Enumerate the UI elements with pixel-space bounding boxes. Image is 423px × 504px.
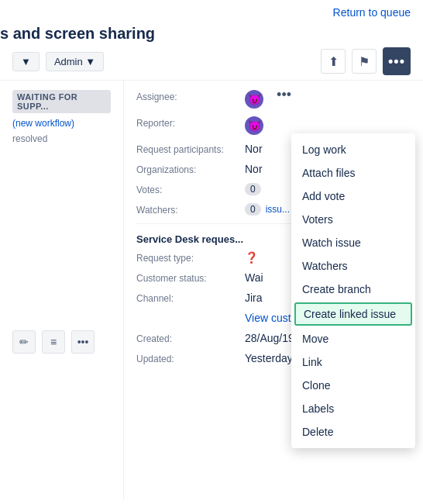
request-participants-value: Nor	[245, 143, 263, 155]
bottom-action-icons: ✏ ≡ •••	[12, 330, 111, 354]
left-panel: WAITING FOR SUPP... (new workflow) resol…	[0, 81, 124, 499]
dropdown-item-link[interactable]: Link	[291, 350, 415, 374]
organizations-value: Nor	[245, 163, 263, 175]
votes-value: 0	[245, 183, 261, 195]
channel-value: Jira	[245, 292, 263, 304]
votes-badge: 0	[245, 183, 261, 195]
ellipsis-icon: •••	[388, 54, 405, 70]
reporter-avatar: 😈	[245, 116, 263, 135]
dropdown-item-clone[interactable]: Clone	[291, 374, 415, 397]
more-actions-btn[interactable]: •••	[71, 330, 95, 354]
panel-more-dots[interactable]: •••	[277, 87, 291, 103]
assignee-value: 😈	[245, 90, 263, 109]
votes-label: Votes:	[136, 183, 245, 195]
request-type-label: Request type:	[136, 251, 245, 264]
dropdown-item-watch-issue[interactable]: Watch issue	[291, 231, 415, 254]
toolbar-right: ⬆ ⚑ •••	[321, 47, 411, 75]
dropdown-item-watchers[interactable]: Watchers	[291, 254, 415, 278]
reporter-label: Reporter:	[136, 116, 245, 129]
ellipsis-menu-btn[interactable]: •••	[383, 47, 411, 75]
toolbar-left: ▼ Admin ▼	[12, 52, 104, 71]
request-type-value: ❓	[245, 251, 258, 264]
created-label: Created:	[136, 332, 245, 344]
main-content: WAITING FOR SUPP... (new workflow) resol…	[0, 81, 423, 499]
status-badge: WAITING FOR SUPP...	[12, 90, 111, 113]
customer-status-label: Customer status:	[136, 271, 245, 284]
filter-icon-btn[interactable]: ≡	[42, 330, 65, 354]
customer-status-value: Wai	[245, 271, 263, 284]
channel-label: Channel:	[136, 292, 245, 304]
assignee-avatar: 😈	[245, 90, 263, 109]
dropdown-item-add-vote[interactable]: Add vote	[291, 185, 415, 208]
watchers-value: 0 issu...	[245, 203, 290, 216]
flag-icon-btn[interactable]: ⚑	[352, 49, 377, 74]
dropdown-item-create-linked-issue[interactable]: Create linked issue	[294, 302, 412, 326]
dropdown-item-move[interactable]: Move	[291, 327, 415, 350]
request-participants-label: Request participants:	[136, 143, 245, 155]
reporter-field-row: Reporter: 😈	[136, 116, 411, 135]
assignee-field-row: Assignee: 😈	[136, 90, 411, 109]
edit-icon-btn[interactable]: ✏	[12, 330, 36, 354]
edit-icon: ✏	[19, 336, 29, 348]
share-icon-btn[interactable]: ⬆	[321, 49, 346, 74]
dropdown-item-labels[interactable]: Labels	[291, 397, 415, 420]
more-icon: •••	[77, 336, 89, 348]
reporter-value: 😈	[245, 116, 263, 135]
return-to-queue-link[interactable]: Return to queue	[333, 6, 411, 19]
watchers-badge: 0	[245, 203, 261, 216]
view-customer-spacer	[136, 312, 245, 313]
dropdown-item-voters[interactable]: Voters	[291, 208, 415, 231]
request-type-icon: ❓	[245, 251, 258, 264]
watchers-label: Watchers:	[136, 203, 245, 216]
dropdown-item-attach-files[interactable]: Attach files	[291, 161, 415, 185]
dropdown-menu: Log workAttach filesAdd voteVotersWatch …	[291, 133, 415, 448]
dropdown-item-create-branch[interactable]: Create branch	[291, 278, 415, 301]
organizations-label: Organizations:	[136, 163, 245, 175]
workflow-link[interactable]: (new workflow)	[12, 118, 111, 129]
dropdown-item-delete[interactable]: Delete	[291, 420, 415, 444]
watchers-link[interactable]: issu...	[266, 204, 290, 215]
resolved-text: resolved	[12, 133, 47, 144]
assignee-label: Assignee:	[136, 90, 245, 102]
share-icon: ⬆	[328, 54, 339, 69]
updated-value: Yesterday	[245, 352, 293, 364]
view-dropdown-btn[interactable]: ▼	[12, 52, 40, 71]
dropdown-item-log-work[interactable]: Log work	[291, 138, 415, 161]
admin-dropdown-btn[interactable]: Admin ▼	[46, 52, 104, 71]
page-title: s and screen sharing	[0, 22, 167, 51]
updated-label: Updated:	[136, 352, 245, 364]
flag-icon: ⚑	[359, 54, 370, 69]
filter-icon: ≡	[50, 336, 57, 348]
